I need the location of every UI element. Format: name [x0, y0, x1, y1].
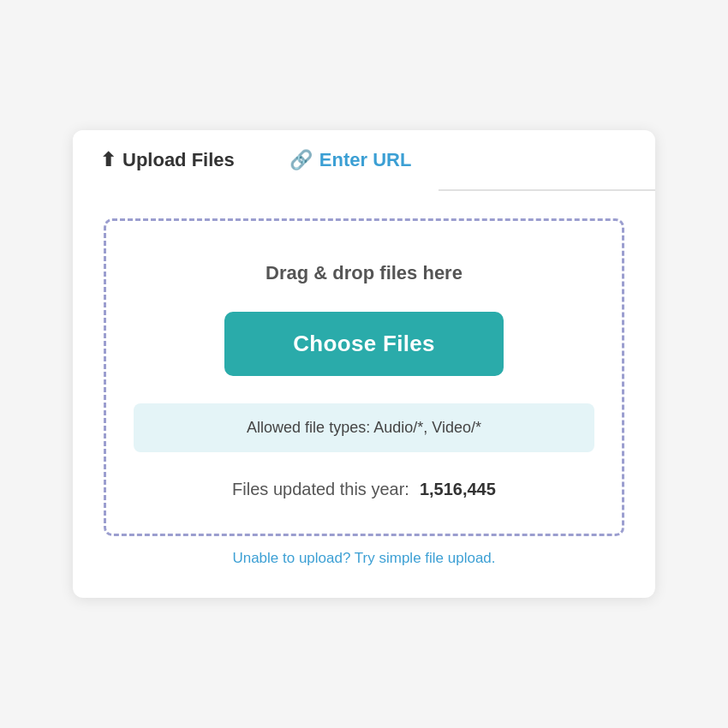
tab-upload-files[interactable]: ⬆ Upload Files [73, 130, 262, 191]
files-updated-label: Files updated this year: [232, 480, 409, 499]
link-icon: 🔗 [289, 149, 313, 171]
files-updated-stat: Files updated this year: 1,516,445 [232, 480, 496, 499]
tab-url-label: Enter URL [319, 149, 412, 171]
files-updated-count: 1,516,445 [420, 480, 496, 499]
choose-files-button[interactable]: Choose Files [224, 312, 503, 376]
simple-upload-link[interactable]: Unable to upload? Try simple file upload… [104, 536, 624, 574]
dropzone[interactable]: Drag & drop files here Choose Files Allo… [104, 218, 624, 536]
tab-upload-label: Upload Files [122, 149, 235, 171]
tab-bar: ⬆ Upload Files 🔗 Enter URL [73, 130, 655, 191]
dropzone-area: Drag & drop files here Choose Files Allo… [73, 191, 655, 598]
drag-drop-text: Drag & drop files here [266, 262, 462, 284]
allowed-types-info: Allowed file types: Audio/*, Video/* [134, 403, 594, 452]
tab-enter-url[interactable]: 🔗 Enter URL [262, 130, 439, 191]
allowed-types-text: Allowed file types: Audio/*, Video/* [247, 419, 481, 436]
upload-card: ⬆ Upload Files 🔗 Enter URL Drag & drop f… [73, 130, 655, 598]
simple-upload-anchor[interactable]: Unable to upload? Try simple file upload… [232, 550, 495, 566]
upload-icon: ⬆ [100, 149, 116, 171]
